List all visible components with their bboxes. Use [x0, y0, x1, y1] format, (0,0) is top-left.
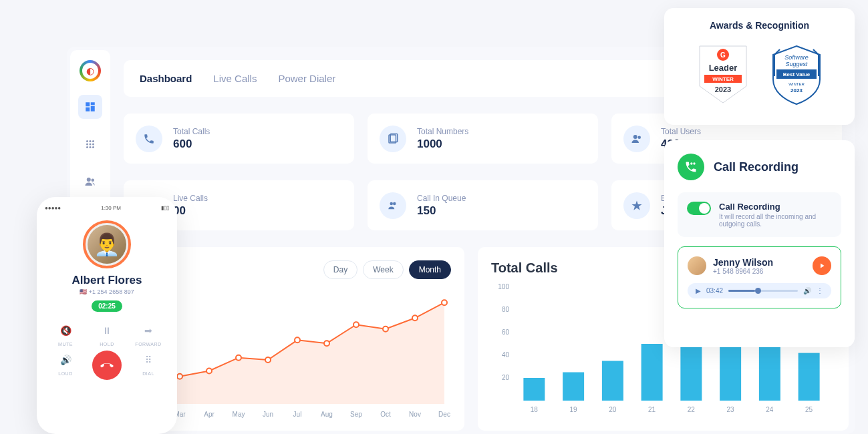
recording-toggle-card: Call Recording It will record all the in…: [678, 192, 841, 237]
svg-text:Suggest: Suggest: [785, 61, 808, 67]
svg-text:Jul: Jul: [293, 411, 302, 418]
svg-point-34: [324, 341, 329, 346]
svg-point-77: [693, 162, 695, 164]
svg-text:Software: Software: [784, 54, 809, 61]
svg-rect-51: [563, 373, 584, 401]
contact-name: Jenny Wilson: [713, 257, 773, 268]
svg-text:WINTER: WINTER: [788, 82, 805, 86]
svg-point-18: [638, 136, 641, 139]
sidebar-dialpad[interactable]: [78, 132, 102, 156]
recording-toggle[interactable]: [687, 202, 711, 215]
caller-number: 🇺🇸 +1 254 2658 897: [45, 288, 169, 295]
hangup-icon: [92, 351, 122, 380]
period-day[interactable]: Day: [323, 260, 357, 279]
call-duration: 02:25: [92, 300, 122, 312]
svg-text:Best Value: Best Value: [782, 71, 810, 77]
svg-text:Apr: Apr: [204, 411, 214, 418]
svg-text:23: 23: [727, 406, 735, 413]
svg-point-12: [92, 146, 94, 148]
audio-play-icon[interactable]: ▶: [696, 287, 701, 294]
svg-text:May: May: [233, 411, 245, 418]
svg-rect-1: [91, 102, 95, 105]
forward-icon: ➡: [139, 321, 158, 340]
awards-title: Awards & Recognition: [676, 20, 843, 31]
svg-point-42: [442, 300, 447, 305]
software-suggest-badge: Software Suggest Best Value WINTER 2023: [766, 43, 827, 110]
stat-call-in-queue: Call In Queue150: [368, 180, 598, 230]
stat-label: Total Users: [661, 127, 701, 136]
caller-name: Albert Flores: [45, 274, 169, 287]
svg-rect-2: [91, 106, 95, 112]
users-icon: [623, 126, 650, 152]
period-month[interactable]: Month: [409, 260, 451, 279]
svg-text:Jun: Jun: [263, 411, 273, 418]
svg-text:25: 25: [805, 406, 813, 413]
svg-text:19: 19: [570, 406, 578, 413]
toggle-subtitle: It will record all the incoming and outg…: [719, 213, 832, 228]
svg-point-40: [412, 315, 418, 320]
svg-point-17: [633, 135, 637, 139]
phone-controls: 🔇MUTE ⏸HOLD ➡FORWARD 🔊LOUD ⠿DIAL: [45, 321, 169, 380]
period-week[interactable]: Week: [363, 260, 403, 279]
svg-point-24: [177, 374, 182, 379]
dial-button[interactable]: ⠿DIAL: [128, 351, 169, 380]
svg-text:Dec: Dec: [438, 411, 450, 418]
hold-button[interactable]: ⏸HOLD: [86, 321, 128, 347]
speaker-icon: 🔊: [56, 351, 75, 369]
svg-rect-3: [86, 107, 90, 112]
svg-text:22: 22: [688, 406, 696, 413]
phone-statusbar: ●●●●● 1:30 PM ▮▯▯: [45, 205, 169, 211]
svg-point-9: [92, 144, 94, 146]
contact-avatar: [688, 256, 706, 275]
svg-point-78: [690, 162, 692, 164]
sidebar-dashboard[interactable]: [78, 95, 102, 119]
svg-text:Aug: Aug: [321, 411, 333, 418]
audio-scrubber[interactable]: [728, 290, 798, 292]
signal-icon: ●●●●●: [45, 205, 61, 211]
stat-total-numbers: Total Numbers1000: [368, 114, 598, 164]
svg-text:2023: 2023: [714, 85, 730, 93]
svg-point-11: [90, 146, 92, 148]
svg-text:80: 80: [502, 306, 510, 313]
svg-text:18: 18: [531, 406, 539, 413]
svg-point-13: [87, 178, 91, 182]
mute-button[interactable]: 🔇MUTE: [45, 321, 86, 347]
pause-icon: ⏸: [98, 321, 116, 340]
phone-mockup: ●●●●● 1:30 PM ▮▯▯ 👨‍💼 Albert Flores 🇺🇸 +…: [37, 197, 177, 434]
svg-point-20: [393, 202, 396, 205]
svg-text:Nov: Nov: [409, 411, 421, 418]
stat-label: Total Calls: [173, 127, 210, 136]
numbers-icon: [380, 126, 406, 152]
loud-button[interactable]: 🔊LOUD: [45, 351, 86, 380]
tab-dashboard[interactable]: Dashboard: [140, 73, 192, 84]
audio-menu-icon[interactable]: ⋮: [817, 287, 823, 294]
tab-power-dialer[interactable]: Power Dialer: [278, 73, 335, 84]
recording-contact-card: Jenny Wilson +1 548 8964 236 ▶ 03:42 🔊 ⋮: [678, 246, 841, 308]
svg-text:Oct: Oct: [380, 411, 391, 418]
toggle-title: Call Recording: [719, 202, 832, 212]
contact-phone: +1 548 8964 236: [713, 268, 773, 275]
play-button[interactable]: [813, 256, 831, 275]
voicemail-icon: [678, 154, 704, 180]
svg-rect-63: [799, 353, 820, 401]
tab-live-calls[interactable]: Live Calls: [213, 73, 257, 84]
svg-point-38: [383, 327, 388, 332]
hangup-button[interactable]: [86, 351, 128, 380]
forward-button[interactable]: ➡FORWARD: [128, 321, 169, 347]
sidebar-users[interactable]: [78, 170, 102, 194]
svg-point-10: [86, 146, 88, 148]
volume-icon[interactable]: 🔊: [803, 287, 811, 294]
stat-value: 00: [173, 204, 208, 218]
period-selector: Day Week Month: [323, 260, 451, 279]
g2-badge: G Leader WINTER 2023: [693, 43, 753, 110]
svg-point-36: [353, 322, 359, 327]
stat-label: Total Numbers: [417, 127, 468, 136]
phone-time: 1:30 PM: [101, 205, 121, 211]
battery-icon: ▮▯▯: [161, 205, 169, 211]
audio-player[interactable]: ▶ 03:42 🔊 ⋮: [688, 283, 831, 298]
mute-icon: 🔇: [56, 321, 75, 340]
svg-point-4: [86, 140, 88, 142]
awards-panel: Awards & Recognition G Leader WINTER 202…: [664, 8, 855, 125]
svg-text:40: 40: [502, 351, 510, 359]
svg-point-14: [92, 179, 95, 182]
